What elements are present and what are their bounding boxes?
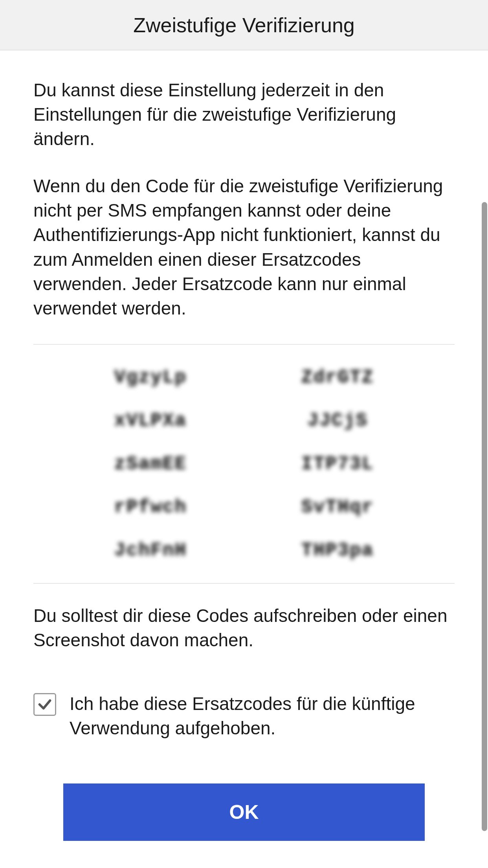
divider-bottom — [33, 583, 455, 584]
scrollbar-thumb[interactable] — [482, 202, 487, 831]
backup-code: JJCjS — [307, 410, 368, 431]
backup-code: ITP73L — [301, 453, 374, 474]
backup-code: JchFnH — [114, 540, 187, 561]
scrollbar-track[interactable] — [481, 0, 488, 868]
backup-code: rPfwch — [114, 497, 187, 518]
backup-code: VgzyLp — [114, 367, 187, 388]
backup-code: xVLPXa — [114, 410, 187, 431]
backup-code: THP3pa — [301, 540, 374, 561]
advice-text: Du solltest dir diese Codes aufschreiben… — [33, 603, 455, 652]
confirm-row: Ich habe diese Ersatzcodes für die künft… — [33, 691, 455, 740]
backup-code: zSamEE — [114, 453, 187, 474]
main-content: Du kannst diese Einstellung jederzeit in… — [0, 50, 488, 841]
confirm-checkbox[interactable] — [33, 693, 56, 716]
confirm-label: Ich habe diese Ersatzcodes für die künft… — [70, 691, 455, 740]
intro-paragraph-1: Du kannst diese Einstellung jederzeit in… — [33, 78, 455, 151]
page-title: Zweistufige Verifizierung — [133, 13, 355, 37]
intro-paragraph-2: Wenn du den Code für die zweistufige Ver… — [33, 174, 455, 320]
ok-button[interactable]: OK — [63, 783, 425, 841]
backup-code: ZdrGTZ — [301, 367, 374, 388]
backup-codes-grid: VgzyLp ZdrGTZ xVLPXa JJCjS zSamEE ITP73L… — [33, 367, 455, 561]
check-icon — [37, 697, 53, 712]
page-header: Zweistufige Verifizierung — [0, 0, 488, 50]
backup-code: SvTHqr — [301, 497, 374, 518]
divider-top — [33, 344, 455, 345]
